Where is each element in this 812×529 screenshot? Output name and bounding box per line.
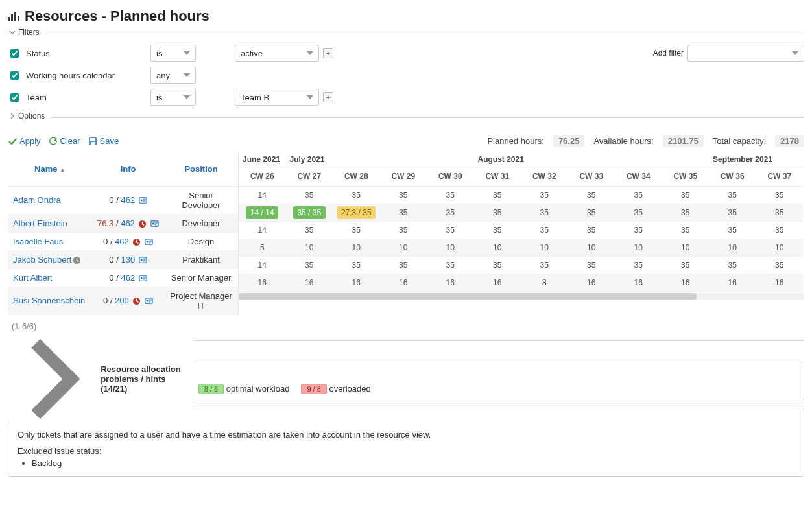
week-cell[interactable]: 35 (615, 221, 662, 239)
week-header[interactable]: CW 28 (333, 167, 380, 186)
week-cell[interactable]: 35 (380, 204, 427, 221)
week-header[interactable]: CW 31 (474, 167, 521, 186)
options-legend[interactable]: Options (8, 112, 50, 121)
id-card-icon[interactable] (145, 297, 153, 305)
week-cell[interactable]: 10 (380, 239, 427, 256)
week-cell[interactable]: 10 (662, 239, 710, 256)
id-card-icon[interactable] (145, 238, 153, 246)
week-cell[interactable]: 35 (662, 204, 710, 221)
week-header[interactable]: CW 26 (239, 167, 286, 186)
filter-checkbox[interactable] (10, 93, 19, 102)
filter-operator-select[interactable]: is (150, 45, 196, 62)
week-cell[interactable]: 14 (239, 256, 286, 274)
filter-checkbox[interactable] (10, 71, 19, 80)
week-cell[interactable]: 10 (427, 239, 474, 256)
week-cell[interactable]: 35 (709, 256, 756, 274)
week-cell[interactable]: 5 (239, 239, 286, 256)
week-cell[interactable]: 16 (474, 274, 521, 291)
horizontal-scrollbar[interactable] (239, 293, 804, 300)
week-cell[interactable]: 35 (662, 256, 710, 274)
add-filter-select[interactable] (687, 45, 804, 62)
week-cell[interactable]: 8 (521, 274, 568, 291)
week-cell[interactable]: 35 (709, 221, 756, 239)
week-cell[interactable]: 35 (380, 221, 427, 239)
filters-legend[interactable]: Filters (8, 28, 45, 37)
week-cell[interactable]: 35 (333, 186, 380, 204)
week-cell[interactable]: 35 (286, 221, 333, 239)
col-position[interactable]: Position (164, 152, 238, 186)
filter-value-select[interactable]: Team B (235, 89, 319, 106)
week-cell[interactable]: 10 (615, 239, 662, 256)
week-cell[interactable]: 35 (568, 256, 615, 274)
week-cell[interactable]: 16 (662, 274, 710, 291)
week-cell[interactable]: 14 (239, 186, 286, 204)
week-cell[interactable]: 35 (286, 186, 333, 204)
week-cell[interactable]: 35 / 35 (286, 204, 333, 221)
week-header[interactable]: CW 37 (756, 167, 804, 186)
capacity-link[interactable]: 462 (121, 273, 135, 283)
save-button[interactable]: Save (88, 136, 119, 146)
capacity-link[interactable]: 462 (121, 195, 135, 205)
resource-link[interactable]: Jakob Schubert (13, 255, 71, 264)
id-card-icon[interactable] (139, 274, 147, 283)
week-cell[interactable]: 10 (709, 239, 756, 256)
filter-operator-select[interactable]: is (150, 89, 196, 106)
week-header[interactable]: CW 35 (662, 167, 710, 186)
week-cell[interactable]: 35 (568, 204, 615, 221)
filter-checkbox[interactable] (10, 49, 19, 58)
week-header[interactable]: CW 34 (615, 167, 662, 186)
col-name[interactable]: Name ▲ (8, 152, 92, 186)
week-cell[interactable]: 35 (427, 186, 474, 204)
capacity-link[interactable]: 462 (121, 218, 135, 228)
id-card-icon[interactable] (139, 196, 147, 205)
capacity-link[interactable]: 200 (115, 296, 129, 305)
week-cell[interactable]: 10 (333, 239, 380, 256)
filter-operator-select[interactable]: any (150, 67, 196, 84)
resource-link[interactable]: Kurt Albert (13, 273, 53, 283)
week-cell[interactable]: 35 (615, 186, 662, 204)
week-cell[interactable]: 35 (662, 186, 710, 204)
add-value-button[interactable]: + (323, 92, 333, 102)
week-cell[interactable]: 35 (662, 221, 710, 239)
week-cell[interactable]: 10 (521, 239, 568, 256)
week-cell[interactable]: 10 (756, 239, 804, 256)
week-cell[interactable]: 35 (756, 221, 804, 239)
hints-legend[interactable]: Resource allocation problems / hints (14… (8, 335, 193, 423)
add-value-button[interactable]: + (323, 48, 333, 58)
week-cell[interactable]: 35 (521, 186, 568, 204)
week-cell[interactable]: 35 (568, 186, 615, 204)
week-cell[interactable]: 35 (333, 221, 380, 239)
week-cell[interactable]: 16 (333, 274, 380, 291)
week-cell[interactable]: 35 (474, 256, 521, 274)
col-info[interactable]: Info (92, 152, 164, 186)
resource-link[interactable]: Susi Sonnenschein (13, 296, 85, 305)
week-header[interactable]: CW 29 (380, 167, 427, 186)
week-cell[interactable]: 16 (615, 274, 662, 291)
week-cell[interactable]: 16 (568, 274, 615, 291)
filter-value-select[interactable]: active (235, 45, 319, 62)
week-cell[interactable]: 16 (427, 274, 474, 291)
capacity-link[interactable]: 462 (115, 237, 129, 246)
week-cell[interactable]: 35 (427, 204, 474, 221)
id-card-icon[interactable] (150, 220, 159, 228)
week-cell[interactable]: 35 (709, 186, 756, 204)
week-cell[interactable]: 35 (521, 221, 568, 239)
id-card-icon[interactable] (139, 256, 147, 264)
week-cell[interactable]: 16 (709, 274, 756, 291)
week-cell[interactable]: 35 (615, 256, 662, 274)
week-cell[interactable]: 35 (474, 221, 521, 239)
week-header[interactable]: CW 27 (286, 167, 333, 186)
resource-link[interactable]: Albert Einstein (13, 218, 67, 228)
week-cell[interactable]: 14 (239, 221, 286, 239)
capacity-link[interactable]: 130 (121, 255, 135, 264)
week-cell[interactable]: 35 (756, 204, 804, 221)
week-cell[interactable]: 35 (615, 204, 662, 221)
week-header[interactable]: CW 33 (568, 167, 615, 186)
week-cell[interactable]: 35 (380, 256, 427, 274)
week-cell[interactable]: 35 (333, 256, 380, 274)
week-cell[interactable]: 35 (521, 204, 568, 221)
week-cell[interactable]: 10 (568, 239, 615, 256)
week-cell[interactable]: 10 (286, 239, 333, 256)
week-cell[interactable]: 35 (427, 221, 474, 239)
week-cell[interactable]: 27.3 / 35 (333, 204, 380, 221)
